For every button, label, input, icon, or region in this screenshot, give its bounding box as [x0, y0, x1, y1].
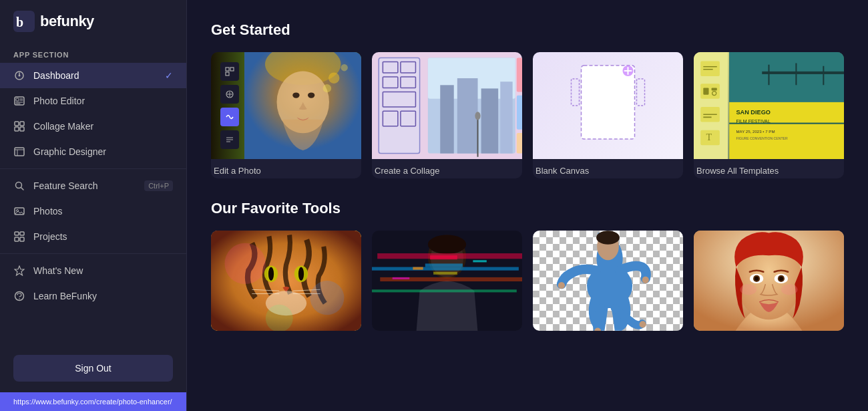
tool-card-tiger[interactable] — [211, 231, 361, 331]
svg-point-132 — [754, 277, 758, 281]
svg-rect-116 — [430, 255, 457, 259]
svg-rect-115 — [372, 289, 517, 292]
svg-rect-14 — [15, 148, 24, 156]
edit-photo-card[interactable]: Edit a Photo — [211, 52, 361, 178]
whats-new-label: What's New — [33, 265, 83, 276]
svg-rect-62 — [517, 96, 522, 130]
svg-point-106 — [310, 281, 344, 315]
befunky-logo-icon: b — [13, 11, 35, 32]
svg-rect-113 — [372, 267, 519, 271]
collage-svg — [372, 52, 522, 159]
svg-rect-64 — [582, 65, 635, 139]
tool-card-background-remover[interactable] — [533, 231, 683, 331]
graphic-designer-label: Graphic Designer — [33, 146, 106, 157]
svg-point-41 — [307, 92, 314, 98]
svg-point-105 — [224, 243, 265, 284]
svg-point-136 — [740, 284, 757, 295]
svg-rect-11 — [20, 122, 24, 126]
get-started-section: Get Started — [211, 21, 844, 178]
favorite-tools-title: Our Favorite Tools — [211, 200, 844, 217]
templates-svg: T SAN DIEGO FILM FE — [694, 52, 844, 159]
svg-point-44 — [341, 64, 347, 71]
svg-point-127 — [640, 321, 646, 327]
create-collage-card[interactable]: Create a Collage — [372, 52, 522, 178]
collage-maker-icon — [13, 120, 25, 132]
svg-rect-68 — [572, 79, 580, 106]
svg-rect-120 — [473, 260, 486, 262]
svg-rect-85 — [762, 72, 844, 74]
main-content: Get Started — [187, 0, 868, 411]
sign-out-area: Sign Out — [0, 344, 186, 392]
svg-point-111 — [428, 235, 466, 254]
sign-out-button[interactable]: Sign Out — [13, 355, 173, 382]
svg-point-60 — [475, 112, 480, 120]
svg-rect-29 — [230, 67, 234, 71]
svg-point-137 — [781, 284, 798, 295]
svg-rect-30 — [226, 72, 229, 76]
svg-rect-76 — [712, 88, 717, 90]
svg-rect-71 — [700, 61, 720, 77]
feature-search-label: Feature Search — [33, 180, 98, 191]
svg-rect-121 — [393, 277, 410, 279]
nav-divider-2 — [0, 253, 186, 254]
svg-point-40 — [292, 92, 299, 98]
learn-icon — [13, 290, 25, 302]
svg-rect-55 — [440, 85, 453, 153]
sidebar-item-learn-befunky[interactable]: Learn BeFunky — [0, 283, 186, 309]
dashboard-label: Dashboard — [33, 70, 79, 81]
svg-rect-10 — [15, 122, 19, 126]
projects-label: Projects — [33, 231, 67, 242]
svg-rect-117 — [425, 263, 463, 267]
svg-point-123 — [596, 231, 620, 244]
svg-text:FILM FESTIVAL: FILM FESTIVAL — [736, 119, 770, 124]
svg-point-99 — [298, 267, 304, 281]
svg-rect-119 — [413, 267, 423, 270]
sidebar-item-projects[interactable]: Projects — [0, 224, 186, 249]
sidebar-item-whats-new[interactable]: What's New — [0, 258, 186, 283]
app-name: befunky — [40, 13, 94, 30]
svg-rect-12 — [15, 127, 19, 131]
create-collage-label: Create a Collage — [372, 159, 522, 178]
nav-divider-1 — [0, 168, 186, 169]
tool-card-glitch[interactable] — [372, 231, 522, 331]
status-bar: https://www.befunky.com/create/photo-enh… — [0, 392, 186, 411]
svg-rect-45 — [379, 57, 419, 153]
blank-canvas-card[interactable]: Blank Canvas — [533, 52, 683, 178]
get-started-cards: Edit a Photo — [211, 52, 844, 178]
tool-card-portrait[interactable] — [694, 231, 844, 331]
projects-icon — [13, 231, 25, 243]
sidebar-item-graphic-designer[interactable]: Graphic Designer — [0, 139, 186, 164]
sidebar-item-collage-maker[interactable]: Collage Maker — [0, 114, 186, 139]
feature-search-shortcut: Ctrl+P — [144, 180, 173, 191]
app-section-label: App Section — [0, 43, 186, 63]
edit-photo-label: Edit a Photo — [211, 159, 361, 178]
search-icon — [13, 180, 25, 192]
svg-rect-24 — [20, 237, 24, 241]
get-started-title: Get Started — [211, 21, 844, 39]
photo-editor-icon — [13, 95, 25, 107]
sidebar-item-photos[interactable]: Photos — [0, 198, 186, 224]
photo-editor-label: Photo Editor — [33, 96, 85, 106]
svg-point-107 — [266, 305, 293, 331]
svg-point-27 — [19, 298, 20, 299]
svg-rect-58 — [500, 82, 512, 153]
svg-rect-56 — [457, 78, 478, 154]
svg-text:T: T — [706, 132, 712, 142]
svg-text:SAN DIEGO: SAN DIEGO — [736, 109, 771, 116]
svg-line-18 — [21, 188, 24, 190]
sidebar-item-photo-editor[interactable]: Photo Editor — [0, 88, 186, 114]
photos-label: Photos — [33, 206, 63, 217]
favorite-tools-section: Our Favorite Tools — [211, 200, 844, 331]
favorite-tools-cards — [211, 231, 844, 331]
svg-rect-22 — [20, 232, 24, 235]
svg-text:MAY 25, 2023 • 7 PM: MAY 25, 2023 • 7 PM — [736, 129, 775, 134]
svg-rect-75 — [703, 88, 708, 94]
svg-rect-13 — [20, 127, 24, 131]
svg-point-124 — [558, 282, 565, 289]
browse-templates-label: Browse All Templates — [694, 159, 844, 178]
blank-canvas-label: Blank Canvas — [533, 159, 683, 178]
browse-templates-card[interactable]: T SAN DIEGO FILM FE — [694, 52, 844, 178]
sidebar-item-feature-search[interactable]: Feature Search Ctrl+P — [0, 173, 186, 198]
sidebar-item-dashboard[interactable]: Dashboard ✓ — [0, 63, 186, 88]
logo-area[interactable]: b befunky — [0, 0, 186, 43]
